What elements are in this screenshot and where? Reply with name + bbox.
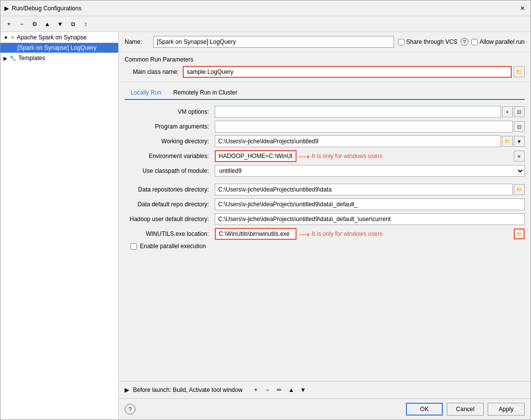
parallel-exec-label[interactable]: Enable parallel execution — [140, 243, 206, 250]
main-content: ▼ ✦ Apache Spark on Synapse ▶ [Spark on … — [0, 32, 531, 420]
vm-options-expand-button[interactable]: + — [502, 106, 513, 117]
move-down-button[interactable]: ▼ — [55, 19, 66, 30]
tab-remotely-run[interactable]: Remotely Run in Cluster — [167, 86, 243, 99]
vm-options-fullscreen-button[interactable]: ⊡ — [514, 106, 525, 117]
templates-expand-arrow: ▶ — [3, 56, 7, 61]
spark-group-header[interactable]: ▼ ✦ Apache Spark on Synapse — [0, 32, 118, 43]
window-title: Run/Debug Configurations — [12, 5, 519, 12]
program-args-expand-button[interactable]: ⊡ — [514, 121, 525, 132]
working-dir-label: Working directory: — [125, 138, 211, 145]
section-divider-1 — [125, 180, 525, 184]
parallel-run-checkbox[interactable] — [471, 39, 478, 45]
classpath-label: Use classpath of module: — [125, 167, 211, 174]
name-input[interactable] — [153, 36, 394, 48]
program-args-input[interactable] — [215, 121, 513, 132]
tab-locally-run[interactable]: Locally Run — [125, 86, 167, 100]
templates-group: ▶ 🔧 Templates — [0, 53, 118, 64]
templates-label: Templates — [18, 55, 45, 62]
winutils-label: WINUTILS.exe location: — [125, 230, 211, 237]
working-dir-folder-button[interactable]: 📁 — [502, 136, 513, 147]
before-launch-remove-button[interactable]: − — [262, 385, 273, 395]
data-default-input[interactable] — [215, 198, 525, 210]
before-launch-text: Before launch: Build, Activate tool wind… — [133, 387, 242, 393]
data-default-input-container — [215, 198, 525, 210]
add-button[interactable]: + — [3, 19, 14, 30]
parallel-exec-checkbox[interactable] — [131, 243, 137, 250]
ok-button[interactable]: OK — [406, 403, 443, 416]
hadoop-user-input-container — [215, 213, 525, 225]
before-launch-down-button[interactable]: ▼ — [298, 385, 308, 395]
template-icon: 🔧 — [9, 55, 16, 62]
vcs-help-icon[interactable]: ? — [461, 38, 468, 46]
data-repos-folder-button[interactable]: 📁 — [514, 184, 525, 195]
winutils-input-wrap: ⟶ It is only for windows users 📁 — [215, 228, 525, 240]
env-vars-input[interactable] — [215, 150, 297, 162]
config-icon: ▶ — [11, 45, 15, 51]
main-class-input-container: 📁 — [183, 66, 525, 78]
main-class-folder-button[interactable]: 📁 — [514, 66, 525, 77]
classpath-row: Use classpath of module: untitled9 — [125, 165, 525, 177]
vm-options-label: VM options: — [125, 108, 211, 115]
data-default-row: Data default repo directory: — [125, 198, 525, 210]
name-row: Name: Share through VCS ? Allow parallel… — [119, 32, 531, 52]
settings-button[interactable]: ⚙ — [29, 19, 40, 30]
parallel-run-label[interactable]: Allow parallel run — [471, 38, 525, 45]
working-dir-dropdown-button[interactable]: ▼ — [514, 136, 525, 147]
share-vcs-checkbox[interactable] — [398, 39, 404, 45]
env-vars-windows-note: It is only for windows users — [312, 153, 382, 160]
folder-icon: 📁 — [504, 139, 510, 144]
data-repos-row: Data repositories directory: 📁 — [125, 184, 525, 195]
parallel-run-text: Allow parallel run — [480, 38, 525, 45]
winutils-input[interactable] — [215, 228, 297, 240]
classpath-select[interactable]: untitled9 — [215, 165, 525, 177]
spark-icon: ✦ — [10, 34, 15, 41]
spark-group-label: Apache Spark on Synapse — [17, 34, 87, 41]
sidebar: ▼ ✦ Apache Spark on Synapse ▶ [Spark on … — [0, 32, 119, 420]
main-class-input[interactable] — [183, 66, 512, 78]
apply-button[interactable]: Apply — [488, 403, 525, 416]
share-vcs-text: Share through VCS — [406, 38, 458, 45]
working-dir-row: Working directory: 📁 ▼ — [125, 135, 525, 147]
winutils-folder-button[interactable]: 📁 — [514, 228, 525, 239]
title-bar: ▶ Run/Debug Configurations ✕ — [0, 0, 531, 16]
env-vars-label: Environment variables: — [125, 153, 211, 160]
spark-group: ▼ ✦ Apache Spark on Synapse ▶ [Spark on … — [0, 32, 118, 53]
classpath-select-container: untitled9 — [215, 165, 525, 177]
env-vars-input-wrap: ⟶ It is only for windows users ≡ — [215, 150, 525, 162]
remove-button[interactable]: − — [16, 19, 27, 30]
bottom-bar: ? OK Cancel Apply — [119, 398, 531, 420]
hadoop-user-row: Hadoop user default directory: — [125, 213, 525, 225]
before-launch-up-button[interactable]: ▲ — [286, 385, 297, 395]
name-label: Name: — [125, 38, 149, 45]
run-debug-configurations-window: ▶ Run/Debug Configurations ✕ + − ⚙ ▲ ▼ ⧉… — [0, 0, 531, 420]
sort-button[interactable]: ↕ — [80, 19, 91, 30]
cancel-button[interactable]: Cancel — [447, 403, 484, 416]
env-vars-edit-button[interactable]: ≡ — [514, 151, 525, 162]
log-query-item[interactable]: ▶ [Spark on Synapse] LogQuery — [0, 43, 118, 53]
before-launch-add-button[interactable]: + — [250, 385, 261, 395]
main-class-row: Main class name: 📁 — [125, 66, 525, 78]
close-button[interactable]: ✕ — [519, 4, 527, 12]
before-launch-section: ▶ Before launch: Build, Activate tool wi… — [119, 381, 531, 398]
help-button[interactable]: ? — [125, 404, 135, 415]
vm-options-input-container: + ⊡ — [215, 106, 525, 118]
templates-header[interactable]: ▶ 🔧 Templates — [0, 53, 118, 64]
right-panel: Name: Share through VCS ? Allow parallel… — [119, 32, 531, 420]
copy-button[interactable]: ⧉ — [67, 19, 78, 30]
data-repos-input[interactable] — [215, 184, 513, 195]
before-launch-expand-icon[interactable]: ▶ — [125, 387, 129, 393]
launch-toolbar: + − ✏ ▲ ▼ — [250, 385, 308, 395]
winutils-arrow-icon: ⟶ — [299, 229, 310, 239]
group-expand-arrow: ▼ — [3, 35, 8, 40]
vm-options-input[interactable] — [215, 106, 501, 118]
working-dir-input[interactable] — [215, 135, 501, 147]
toolbar: + − ⚙ ▲ ▼ ⧉ ↕ — [0, 16, 531, 32]
share-vcs-label[interactable]: Share through VCS — [398, 38, 458, 45]
folder-icon: 📁 — [516, 231, 522, 237]
env-vars-arrow-icon: ⟶ — [299, 152, 310, 161]
parallel-exec-row: Enable parallel execution — [131, 243, 525, 250]
program-args-input-container: ⊡ — [215, 121, 525, 132]
before-launch-edit-button[interactable]: ✏ — [274, 385, 285, 395]
hadoop-user-input[interactable] — [215, 213, 525, 225]
move-up-button[interactable]: ▲ — [42, 19, 53, 30]
